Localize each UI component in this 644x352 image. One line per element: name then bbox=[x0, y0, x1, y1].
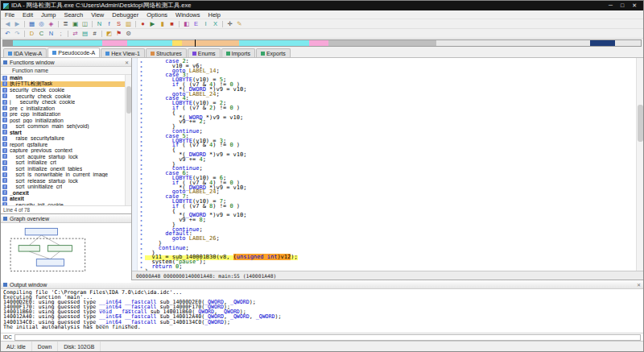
menu-jump[interactable]: Jump bbox=[37, 11, 60, 19]
tab-pseudocode-a[interactable]: Pseudocode-A bbox=[47, 48, 100, 57]
functions-window-icon[interactable]: f bbox=[105, 19, 114, 28]
function-name: start bbox=[10, 130, 22, 135]
function-list-item[interactable]: f执行TTL检测Task bbox=[1, 81, 125, 88]
function-f-icon: f bbox=[2, 142, 7, 147]
maximize-button[interactable]: □ bbox=[617, 1, 628, 10]
cli-input[interactable] bbox=[14, 334, 641, 341]
toolbar-separator bbox=[92, 21, 93, 27]
function-list-item[interactable]: fatexit bbox=[1, 196, 125, 202]
minimize-button[interactable]: ─ bbox=[605, 1, 617, 10]
strings-window-icon[interactable]: S bbox=[114, 19, 123, 28]
function-list-item[interactable]: f__scrt_acquire_startup_lock bbox=[1, 154, 125, 160]
script-icon[interactable]: ✎ bbox=[235, 19, 244, 28]
run-icon[interactable]: ▶ bbox=[148, 19, 157, 28]
menu-search[interactable]: Search bbox=[60, 11, 87, 19]
function-list-item[interactable]: f__scrt_initialize_crt bbox=[1, 159, 125, 166]
tab-hex-view-1[interactable]: Hex View-1 bbox=[101, 48, 145, 57]
code-scrollbar[interactable] bbox=[636, 58, 643, 271]
forward-icon[interactable]: ▶ bbox=[13, 19, 22, 28]
main-area: Functions window ✕ Function name fmainf执… bbox=[1, 58, 643, 280]
function-list-item[interactable]: freport_gsfailure bbox=[1, 142, 125, 148]
tab-label: Exports bbox=[266, 51, 286, 56]
function-list-item[interactable]: f_onexit bbox=[1, 190, 125, 197]
function-list-item[interactable]: f__scrt_uninitialize_crt bbox=[1, 184, 125, 190]
menu-debugger[interactable]: Debugger bbox=[108, 11, 142, 19]
tab-enums[interactable]: Enums bbox=[188, 48, 221, 57]
make-code-icon[interactable]: C bbox=[37, 29, 46, 38]
exports-icon bbox=[261, 52, 265, 56]
tab-imports[interactable]: Imports bbox=[221, 48, 255, 57]
enums-icon[interactable]: E bbox=[192, 19, 200, 28]
menu-edit[interactable]: Edit bbox=[19, 11, 37, 19]
graph-view-icon[interactable]: ▣ bbox=[71, 19, 80, 28]
function-list-item[interactable]: fstart bbox=[1, 130, 125, 136]
function-list-item[interactable]: f__raise_securityfailure bbox=[1, 135, 125, 142]
back-icon[interactable]: ◀ bbox=[3, 19, 12, 28]
functions-scrollbar[interactable] bbox=[125, 75, 131, 205]
function-f-icon: f bbox=[2, 148, 7, 153]
segments-icon[interactable]: ▥ bbox=[124, 19, 133, 28]
hex-dump-icon[interactable]: # bbox=[90, 29, 99, 38]
tab-structures[interactable]: Structures bbox=[146, 48, 187, 57]
code-scrollbar-thumb[interactable] bbox=[638, 105, 643, 142]
set-colors-icon[interactable]: ◩ bbox=[105, 29, 114, 38]
save-database-icon[interactable]: ▦ bbox=[27, 19, 36, 28]
functions-column-header[interactable]: Function name bbox=[1, 67, 131, 75]
function-f-icon: f bbox=[2, 124, 7, 129]
menu-file[interactable]: File bbox=[1, 11, 19, 19]
calculator-icon[interactable]: ✛ bbox=[225, 19, 234, 28]
function-list-item[interactable]: f__scrt_is_nonwritable_in_current_image bbox=[1, 172, 125, 178]
menu-view[interactable]: View bbox=[87, 11, 108, 19]
undo-icon[interactable]: ↶ bbox=[3, 29, 12, 38]
stack-frame-icon[interactable]: ▤ bbox=[80, 29, 89, 38]
function-list-item[interactable]: fpre_c_initialization bbox=[1, 106, 125, 112]
jump-address-icon[interactable]: ◈ bbox=[47, 19, 56, 28]
function-list-item[interactable]: f__security_check_cookie bbox=[1, 93, 125, 100]
imports-icon[interactable]: I bbox=[201, 19, 210, 28]
pause-icon[interactable]: ▮ bbox=[158, 19, 167, 28]
settings-icon[interactable]: ⚙ bbox=[124, 29, 133, 38]
function-list-item[interactable]: fcapture_previous_context bbox=[1, 147, 125, 154]
menu-windows[interactable]: Windows bbox=[171, 11, 204, 19]
search-icon[interactable]: ◎ bbox=[37, 19, 46, 28]
comment-icon[interactable]: ; bbox=[56, 29, 65, 38]
function-list-item[interactable]: fpost_pgo_initialization bbox=[1, 118, 125, 124]
text-view-icon[interactable]: ≣ bbox=[61, 19, 70, 28]
navband-segment bbox=[615, 40, 641, 46]
menu-options[interactable]: Options bbox=[142, 11, 171, 19]
xrefs-icon[interactable]: ⇄ bbox=[71, 29, 80, 38]
functions-window-close-icon[interactable]: ✕ bbox=[125, 60, 129, 65]
navigator-band[interactable] bbox=[2, 39, 642, 47]
pseudocode-window: ▪ case 2:▪ v10 = v6;▪ goto LABEL_14;▪ ca… bbox=[132, 58, 643, 280]
graph-overview-canvas[interactable] bbox=[1, 223, 131, 283]
function-list-item[interactable]: fpre_cpp_initialization bbox=[1, 111, 125, 118]
pseudocode-area[interactable]: ▪ case 2:▪ v10 = v6;▪ goto LABEL_14;▪ ca… bbox=[132, 58, 643, 271]
structures-icon[interactable]: ◧ bbox=[182, 19, 191, 28]
function-name: pre_cpp_initialization bbox=[10, 111, 60, 117]
tab-exports[interactable]: Exports bbox=[256, 48, 291, 57]
tab-ida-view-a[interactable]: IDA View-A bbox=[3, 48, 47, 57]
function-f-icon: f bbox=[2, 154, 7, 159]
breakpoint-icon[interactable]: ● bbox=[138, 19, 147, 28]
function-list-item[interactable]: fj___security_check_cookie bbox=[1, 99, 125, 106]
function-list-item[interactable]: f__scrt_initialize_onexit_tables bbox=[1, 166, 125, 172]
function-list-item[interactable]: f__scrt_common_main_seh(void) bbox=[1, 123, 125, 130]
cli-language-label[interactable]: IDC bbox=[3, 334, 12, 340]
close-button[interactable]: ✕ bbox=[628, 1, 641, 10]
stop-icon[interactable]: ■ bbox=[167, 19, 176, 28]
names-window-icon[interactable]: N bbox=[95, 19, 104, 28]
output-window-close-icon[interactable]: ✕ bbox=[637, 282, 641, 288]
exports-icon[interactable]: X bbox=[211, 19, 220, 28]
status-connection: Down bbox=[32, 342, 58, 351]
menu-help[interactable]: Help bbox=[204, 11, 225, 19]
bookmark-icon[interactable]: ⚑ bbox=[114, 29, 123, 38]
redo-icon[interactable]: ↷ bbox=[13, 29, 22, 38]
function-list-item[interactable]: f__scrt_release_startup_lock bbox=[1, 178, 125, 184]
flowchart-icon[interactable]: ◫ bbox=[80, 19, 89, 28]
make-data-icon[interactable]: D bbox=[27, 29, 36, 38]
output-lines[interactable]: Compiling file 'C:\Program Files\IDA 7.0… bbox=[1, 289, 643, 333]
function-f-icon: f bbox=[2, 172, 7, 177]
functions-scrollbar-thumb[interactable] bbox=[126, 86, 131, 114]
function-list-item[interactable]: fsecurity_check_cookie bbox=[1, 87, 125, 93]
rename-icon[interactable]: N bbox=[47, 29, 56, 38]
